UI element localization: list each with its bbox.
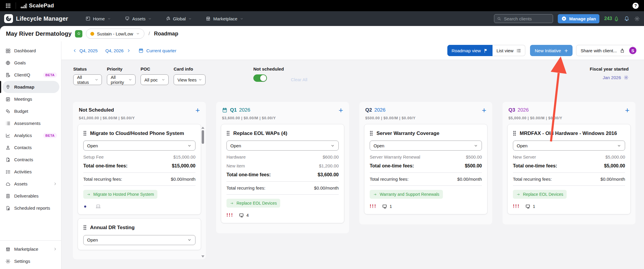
nav-menu-global[interactable]: Global (165, 16, 192, 21)
calendar-icon (138, 48, 144, 53)
tag-row: Replace EOL Devices (513, 186, 625, 199)
add-initiative-button[interactable]: + (625, 106, 630, 114)
recurring-total-label: Total recurring fees: (513, 177, 552, 182)
sidebar-item-label: Deliverables (14, 193, 39, 198)
sidebar-item-assessments[interactable]: Assessments (0, 117, 61, 129)
column-q2-2026: Q22026+$500.00 | $0.00/M | $0.00/YServer… (359, 102, 492, 224)
current-quarter-link[interactable]: Current quarter (146, 48, 176, 53)
goal-tag[interactable]: Replace EOL Devices (226, 199, 280, 208)
initiative-card[interactable]: MRDFAX - Old Hardware - Windows 2016Open… (507, 124, 631, 214)
client-segment-dropdown[interactable]: Sustain - Low/Low (86, 29, 144, 39)
linked-devices[interactable]: 1 (525, 204, 535, 209)
goal-tag[interactable]: Migrate to Hosted Phone System (83, 190, 157, 199)
priority-filter-select[interactable]: All priority (107, 74, 136, 85)
initiative-card[interactable]: Server Warranty CoverageOpenServer Warra… (364, 124, 488, 214)
lifecycle-manager-logo[interactable] (4, 14, 13, 23)
initiative-title: Migrate to Cloud/Hosted Phone System (90, 130, 184, 136)
sidebar-item-marketplace[interactable]: Marketplace (0, 243, 61, 255)
initiative-card[interactable]: Migrate to Cloud/Hosted Phone SystemOpen… (78, 124, 201, 215)
search-clients-box[interactable] (494, 14, 553, 23)
sidebar-item-meetings[interactable]: Meetings (0, 93, 61, 105)
status-filter-select[interactable]: All status (73, 74, 102, 85)
sidebar-item-settings[interactable]: Settings (0, 255, 61, 267)
linked-devices[interactable]: 4 (239, 213, 249, 218)
apps-grid-icon[interactable] (5, 3, 11, 9)
goal-tag[interactable]: Warranty and Support Renewals (370, 190, 443, 199)
tree-counter[interactable]: 243 (604, 16, 619, 22)
fiscal-year-value[interactable]: Jan 2026 (603, 75, 621, 80)
add-initiative-button[interactable]: + (195, 106, 200, 114)
high-priority-icon: !!! (370, 204, 376, 209)
recurring-total-label: Total recurring fees: (226, 185, 265, 190)
card-footer: !!!1 (513, 203, 625, 209)
scroll-down-icon[interactable] (201, 255, 204, 257)
column-header: Q12026+$3,600.00 | $0.00/M | $0.00/Y (216, 102, 349, 120)
chevron-left-icon[interactable] (73, 48, 77, 53)
lifecycle-manager-app: ScalePad ? Lifecycle Manager HomeAssetsG… (0, 0, 644, 269)
new-initiative-button[interactable]: New Initiative + (530, 45, 573, 56)
sidebar-item-deliverables[interactable]: Deliverables (0, 190, 61, 202)
scrollbar-thumb[interactable] (202, 130, 204, 144)
goal-tag[interactable]: Replace EOL Devices (513, 190, 567, 199)
clear-all-link[interactable]: Clear All (291, 77, 307, 82)
favorite-star-badge[interactable] (75, 30, 82, 38)
initiative-status-select[interactable]: Open (226, 141, 339, 151)
arrow-right-icon (230, 201, 234, 205)
add-initiative-button[interactable]: + (339, 106, 343, 114)
manage-plan-button[interactable]: Manage plan (558, 14, 599, 23)
column-fees-summary: $41,000.00 | $6.00/M | $0.00/Y (79, 116, 200, 120)
column-quarter: Q1 (230, 107, 237, 113)
prev-quarter-link[interactable]: Q4, 2025 (79, 48, 98, 53)
one-time-total-label: Total one-time fees: (226, 172, 271, 177)
initiative-status-select[interactable]: Open (83, 141, 195, 151)
chevron-down-icon (330, 144, 335, 148)
card-info-filter-select[interactable]: View fees (174, 74, 206, 85)
not-scheduled-toggle[interactable] (253, 74, 267, 82)
sidebar-item-contacts[interactable]: Contacts (0, 141, 61, 154)
poc-filter-select[interactable]: All poc (141, 74, 169, 85)
add-initiative-button[interactable]: + (482, 106, 486, 114)
scalepad-logo[interactable]: ScalePad (21, 2, 54, 9)
initiative-card[interactable]: Replace EOL WAPs (4)OpenHardware$600.00N… (221, 124, 344, 223)
nav-menu-assets[interactable]: Assets (125, 16, 152, 21)
sidebar-item-dashboard[interactable]: Dashboard (0, 45, 61, 57)
linked-devices[interactable]: 1 (382, 204, 392, 209)
help-icon[interactable]: ? (632, 3, 639, 9)
roadmap-view-button[interactable]: Roadmap view (447, 45, 493, 56)
initiative-status-select[interactable]: Open (83, 235, 195, 245)
chevron-down-icon (161, 78, 165, 82)
one-time-total-row: Total one-time fees:$5,000.00 (513, 163, 625, 169)
sidebar-item-roadmap[interactable]: Roadmap (2, 81, 59, 93)
card-title-row: Replace EOL WAPs (4) (226, 130, 339, 136)
share-with-client-button[interactable]: Share with client... S (576, 45, 633, 56)
sidebar-item-contracts[interactable]: Contracts (0, 154, 61, 166)
sidebar-item-goals[interactable]: Goals (0, 57, 61, 69)
sidebar-item-clientiq[interactable]: ClientIQBETA (0, 69, 61, 81)
notifications-bell-icon[interactable] (624, 16, 630, 22)
scroll-up-icon[interactable] (201, 127, 204, 129)
sidebar-item-budget[interactable]: Budget (0, 105, 61, 117)
initiative-status-select[interactable]: Open (513, 141, 625, 151)
status-filter-label: Status (73, 66, 102, 71)
fiscal-gear-icon[interactable] (624, 75, 629, 80)
search-input[interactable] (504, 16, 550, 21)
column-scrollbar[interactable] (201, 127, 204, 257)
tree-count-value: 243 (604, 16, 612, 21)
initiative-status-select[interactable]: Open (370, 141, 482, 151)
sidebar-item-analytics[interactable]: AnalyticsBETA (0, 129, 61, 141)
nav-menu-marketplace[interactable]: Marketplace (206, 16, 244, 21)
one-time-total-row: Total one-time fees:$15,000.00 (83, 163, 195, 169)
sidebar-item-scheduled-reports[interactable]: Scheduled reports (0, 202, 61, 214)
settings-gear-icon[interactable] (634, 16, 640, 22)
chevron-right-icon[interactable] (126, 48, 131, 53)
card-footer: !!!4 (226, 212, 339, 218)
sidebar-item-activities[interactable]: Activities (0, 166, 61, 178)
fee-value: $600.00 (323, 154, 339, 159)
list-view-button[interactable]: List view (493, 45, 525, 56)
initiative-title: Annual DR Testing (90, 224, 135, 231)
sidebar-item-assets[interactable]: Assets (0, 178, 61, 190)
next-quarter-link[interactable]: Q4, 2026 (105, 48, 124, 53)
nav-menu-home[interactable]: Home (85, 16, 111, 21)
initiative-card[interactable]: Annual DR TestingOpen (78, 218, 201, 250)
app-nav-bar: Lifecycle Manager HomeAssetsGlobalMarket… (0, 11, 644, 26)
